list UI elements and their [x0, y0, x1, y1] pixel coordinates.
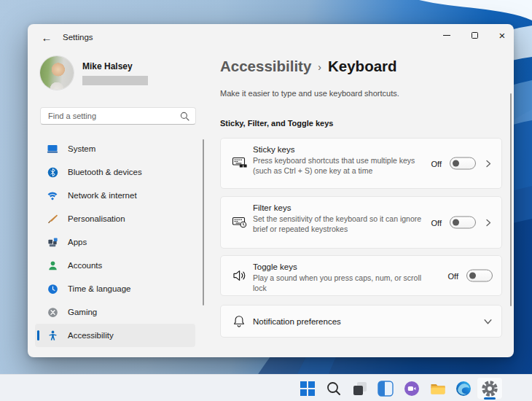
sidebar-item-apps[interactable]: Apps [35, 230, 195, 254]
sidebar-item-label: Apps [68, 238, 87, 246]
toggle-knob [453, 219, 459, 226]
close-button[interactable]: × [491, 27, 513, 43]
selected-indicator [37, 330, 39, 340]
search-icon [180, 112, 189, 121]
minimize-icon [443, 35, 450, 36]
window-title: Settings [63, 33, 93, 42]
system-icon [47, 143, 58, 155]
sidebar-item-personalisation[interactable]: Personalisation [35, 207, 195, 230]
card-text: Filter keys Set the sensitivity of the k… [253, 203, 426, 234]
filter-keys-card[interactable]: Filter keys Set the sensitivity of the k… [220, 196, 502, 249]
toggle-state-label: Off [431, 218, 442, 227]
toggle-keys-toggle[interactable] [466, 270, 493, 282]
sidebar-item-label: Personalisation [68, 214, 125, 223]
card-title: Toggle keys [253, 262, 426, 271]
sticky-keys-toggle[interactable] [450, 157, 476, 170]
card-description: Press keyboard shortcuts that use multip… [253, 156, 426, 176]
sidebar-item-accounts[interactable]: Accounts [35, 254, 195, 277]
edge-icon[interactable] [455, 380, 472, 397]
page-title: Keyboard [328, 58, 397, 75]
personalisation-icon [47, 213, 58, 225]
back-button[interactable]: ← [38, 30, 55, 44]
taskbar [0, 374, 532, 401]
chevron-right-icon [484, 159, 493, 168]
card-controls [483, 316, 493, 326]
avatar[interactable] [40, 56, 74, 90]
maximize-icon [472, 32, 478, 39]
card-controls: Off [431, 157, 493, 170]
toggle-state-label: Off [448, 271, 458, 280]
chat-icon[interactable] [403, 380, 420, 397]
task-view-icon[interactable] [351, 380, 369, 397]
card-controls: Off [448, 270, 493, 282]
toggle-keys-card[interactable]: Toggle keys Play a sound when you press … [220, 255, 502, 296]
time-language-icon [47, 283, 58, 295]
sidebar-item-label: Accounts [68, 261, 102, 270]
section-title: Sticky, Filter, and Toggle keys [220, 119, 333, 128]
bell-icon [232, 314, 246, 329]
file-explorer-icon[interactable] [429, 380, 447, 397]
sidebar-item-accessibility[interactable]: Accessibility [35, 324, 195, 347]
sticky-keys-card[interactable]: Sticky keys Press keyboard shortcuts tha… [220, 138, 502, 189]
chevron-right-icon [484, 218, 493, 227]
sidebar-item-network-internet[interactable]: Network & internet [35, 184, 195, 207]
sticky-keys-icon [232, 155, 248, 171]
maximize-button[interactable] [463, 27, 485, 43]
taskbar-settings-icon[interactable] [481, 380, 498, 397]
card-text: Toggle keys Play a sound when you press … [253, 262, 426, 293]
start-button[interactable] [299, 380, 316, 397]
bluetooth-icon [47, 166, 58, 178]
sidebar-item-label: System [68, 144, 95, 153]
sidebar-item-bluetooth-devices[interactable]: Bluetooth & devices [35, 160, 195, 184]
close-icon: × [499, 30, 506, 41]
sidebar-item-label: Accessibility [68, 331, 114, 340]
content-scrollbar[interactable] [510, 93, 512, 306]
toggle-knob [469, 273, 476, 279]
card-title: Filter keys [253, 203, 426, 212]
card-title: Sticky keys [253, 145, 426, 154]
sidebar-item-label: Network & internet [68, 191, 137, 200]
network-icon [47, 190, 58, 201]
sidebar-item-label: Time & language [68, 284, 131, 293]
filter-keys-icon [232, 214, 248, 230]
page-subtitle: Make it easier to type and use keyboard … [220, 89, 399, 98]
search-input[interactable] [41, 108, 195, 124]
card-description: Set the sensitivity of the keyboard so i… [253, 214, 426, 234]
sidebar-item-time-language[interactable]: Time & language [35, 277, 195, 300]
toggle-knob [453, 160, 459, 167]
back-arrow-icon: ← [42, 31, 52, 44]
sidebar-scrollbar[interactable] [203, 139, 204, 305]
search-box [40, 107, 196, 125]
gaming-icon [47, 306, 58, 318]
chevron-down-icon [483, 316, 493, 326]
filter-keys-toggle[interactable] [450, 217, 476, 229]
sidebar-item-label: Gaming [68, 308, 97, 316]
card-text: Sticky keys Press keyboard shortcuts tha… [253, 145, 426, 176]
notification-preferences-card[interactable]: Notification preferences [220, 305, 502, 338]
breadcrumb: Accessibility › Keyboard [220, 58, 397, 75]
user-name: Mike Halsey [82, 61, 133, 71]
minimize-button[interactable] [436, 27, 458, 43]
user-email-redacted [82, 76, 148, 85]
sidebar-item-gaming[interactable]: Gaming [35, 300, 195, 324]
breadcrumb-separator-icon: › [318, 60, 321, 73]
accounts-icon [47, 260, 58, 271]
active-app-indicator [484, 397, 496, 400]
toggle-keys-icon [232, 268, 248, 284]
widgets-icon[interactable] [377, 380, 394, 397]
card-controls: Off [431, 217, 493, 229]
apps-icon [47, 236, 58, 248]
sidebar-item-label: Bluetooth & devices [68, 168, 142, 176]
taskbar-search-icon[interactable] [325, 380, 343, 397]
card-title: Notification preferences [253, 317, 341, 326]
toggle-state-label: Off [431, 159, 442, 168]
settings-window: ← Settings × Mike Halsey System Bluetoot… [28, 24, 514, 357]
breadcrumb-parent[interactable]: Accessibility [220, 58, 311, 75]
accessibility-icon [47, 330, 58, 341]
card-description: Play a sound when you press caps, num, o… [253, 273, 426, 293]
sidebar-item-system[interactable]: System [35, 137, 195, 160]
